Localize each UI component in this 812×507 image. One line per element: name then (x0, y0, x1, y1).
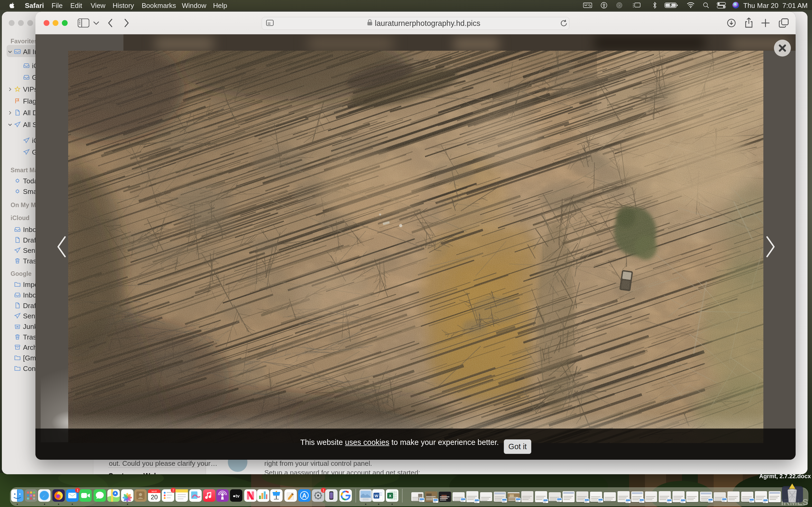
svg-text:MAR: MAR (152, 490, 157, 493)
svg-text:A: A (302, 492, 307, 499)
svg-text:●tv: ●tv (233, 494, 240, 499)
svg-text:20: 20 (151, 494, 158, 501)
svg-text:X: X (389, 494, 391, 498)
svg-text:W: W (375, 494, 379, 498)
